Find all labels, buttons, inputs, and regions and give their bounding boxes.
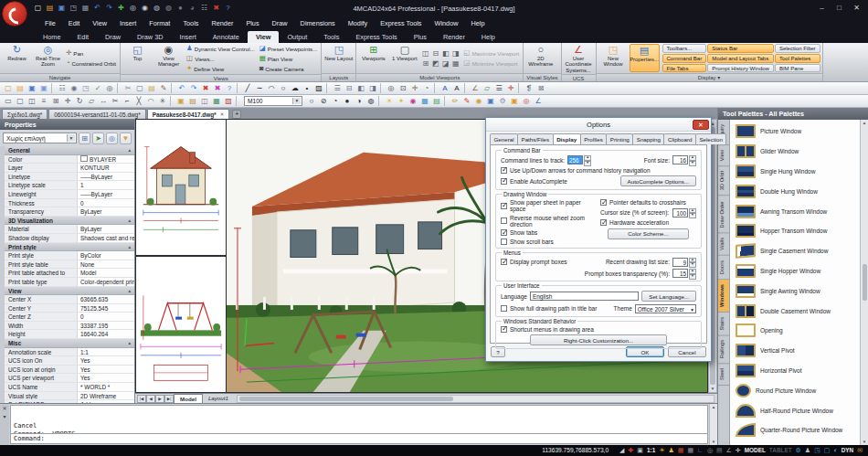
image-attach-icon[interactable]: ▦: [211, 96, 222, 107]
realtime-zoom-button[interactable]: ◎ Real-Time Zoom: [33, 44, 63, 72]
polar-icon[interactable]: ∠: [533, 96, 544, 107]
property-row[interactable]: Print table attached to Model: [5, 269, 134, 278]
menu-item[interactable]: Dimensions: [294, 16, 342, 30]
dynamic-ucs-icon[interactable]: ▤: [716, 445, 723, 456]
menu-item[interactable]: Draw: [266, 16, 294, 30]
palette-item[interactable]: Half-Round Picture Window: [730, 400, 860, 420]
sep7[interactable]: [434, 83, 438, 93]
paper-sheet-checkbox[interactable]: [501, 203, 507, 209]
color-scheme-button[interactable]: Color Scheme...: [608, 228, 689, 239]
pan-button[interactable]: ✛ Pan: [64, 48, 118, 58]
properties-toggle-button[interactable]: ▤ Properties...: [630, 44, 660, 72]
viewports-button[interactable]: ⊞ Viewports: [358, 44, 388, 72]
crosshair-icon[interactable]: ✛: [736, 445, 741, 456]
minimize-button[interactable]: –: [814, 3, 830, 15]
sep4[interactable]: [237, 83, 240, 93]
property-row[interactable]: Print style table None: [5, 260, 134, 270]
dyn-toggle[interactable]: DYN: [842, 445, 854, 456]
layer-iso-icon[interactable]: ◧: [355, 83, 366, 94]
property-row[interactable]: General: [5, 146, 134, 155]
palette-item[interactable]: Double Hung Window: [730, 181, 860, 201]
esnap-toggle-icon[interactable]: ▦: [678, 445, 684, 456]
file-tab-paasukese[interactable]: Paasukese8-0417.dwg*: [147, 109, 230, 119]
open-icon[interactable]: ▤: [45, 3, 55, 14]
view-manager-button[interactable]: ◉ View Manager: [153, 44, 184, 73]
online-icon[interactable]: ◐: [833, 445, 837, 456]
viewport-horizontal-scrollbar[interactable]: [237, 395, 715, 403]
property-row[interactable]: Center X 63665.635: [5, 295, 134, 304]
tablet-toggle[interactable]: TABLET: [769, 445, 792, 456]
explode-tool-icon[interactable]: ✳: [157, 96, 168, 107]
palette-scrollbar[interactable]: ▲ ▼: [860, 120, 868, 445]
scale-tool-icon[interactable]: ▱: [86, 96, 97, 107]
menu-item[interactable]: File: [38, 16, 62, 30]
cursor-size-spinbox[interactable]: 100: [672, 208, 688, 217]
font-size-spinbox[interactable]: 16: [672, 155, 688, 164]
scroll-up-icon[interactable]: ▲: [863, 121, 866, 125]
menu-item[interactable]: Plus: [239, 16, 265, 30]
ribbon-group-label[interactable]: Visual Styles: [524, 73, 560, 81]
print-preview-icon[interactable]: ◉: [69, 83, 79, 94]
property-row[interactable]: Transparency ByLayer: [5, 207, 134, 217]
menu-item[interactable]: Express Tools: [374, 16, 428, 30]
erase-tool-icon[interactable]: ▭: [3, 96, 14, 107]
menu-item[interactable]: Modify: [342, 16, 375, 30]
insert-block-icon[interactable]: ▣: [175, 96, 186, 107]
dialog-tab[interactable]: Printing: [606, 133, 633, 144]
zoom-window-icon[interactable]: ⊡: [397, 83, 408, 94]
show-tabs-checkbox[interactable]: [501, 229, 507, 236]
property-row[interactable]: Lineweight ByLayer: [5, 190, 134, 199]
match-properties-icon[interactable]: ✎: [158, 83, 169, 94]
property-row[interactable]: View: [5, 287, 134, 296]
palette-item[interactable]: Single Hung Window: [730, 162, 860, 182]
new-layout-button[interactable]: ◳ New Layout: [323, 44, 354, 72]
zoom-window-icon[interactable]: ◉: [140, 3, 150, 14]
menu-item[interactable]: Edit: [62, 16, 87, 30]
property-row[interactable]: UCS icon at origin Yes: [5, 366, 134, 375]
ribbon-tab[interactable]: Tools: [315, 31, 347, 43]
property-row[interactable]: UCS icon On Yes: [5, 356, 134, 366]
layout1-tab[interactable]: Layout1: [203, 394, 234, 403]
sep1[interactable]: [378, 96, 382, 106]
command-bar-toggle[interactable]: Command Bar: [662, 54, 707, 63]
new-tab-button[interactable]: +: [232, 110, 241, 119]
recent-drawings-icon[interactable]: ◳: [69, 3, 79, 14]
create-camera-button[interactable]: ◙ Create Camera: [258, 64, 320, 73]
scroll-down-icon[interactable]: ▼: [712, 440, 715, 444]
new-icon[interactable]: ▢: [3, 83, 14, 94]
help-icon[interactable]: ?: [224, 83, 235, 94]
viewport-config-2v-icon[interactable]: ◫: [420, 48, 430, 58]
shortcut-menus-checkbox[interactable]: [501, 326, 507, 333]
ribbon-tab[interactable]: Output: [279, 31, 315, 43]
paste-icon[interactable]: ▤: [146, 83, 157, 94]
views-button[interactable]: ◫ Views...: [185, 54, 257, 63]
property-row[interactable]: Width 33387.195: [5, 322, 134, 331]
palette-item[interactable]: Single Casement Window: [730, 241, 860, 261]
menu-item[interactable]: Insert: [113, 16, 143, 30]
menu-item[interactable]: Render: [205, 16, 239, 30]
sep2[interactable]: [236, 96, 239, 106]
palette-tab-doors[interactable]: Doors: [718, 256, 729, 280]
extend-tool-icon[interactable]: ⌐: [122, 96, 132, 107]
toggle-pickadd-icon[interactable]: ⊞: [79, 133, 90, 144]
define-view-button[interactable]: ✦ Define View: [185, 64, 257, 73]
sep8[interactable]: [464, 83, 468, 93]
crosshairs-checkbox[interactable]: [600, 199, 607, 206]
tool-palettes-toggle[interactable]: Tool Palettes: [775, 54, 820, 63]
palette-tab-view[interactable]: View: [718, 145, 729, 166]
cut-icon[interactable]: ✂: [122, 83, 133, 94]
monitor-icon[interactable]: ▢: [824, 445, 831, 456]
right-click-customization-button[interactable]: Right-Click Customization...: [530, 334, 667, 345]
select-objects-icon[interactable]: ➤: [92, 133, 104, 144]
dialog-title-bar[interactable]: Options ✕: [486, 118, 711, 132]
minimize-viewport-button[interactable]: ◲ Minimize Viewport: [461, 58, 521, 68]
purge-icon[interactable]: ✖: [212, 83, 223, 94]
dual-monitor-icon[interactable]: ◳: [814, 445, 820, 456]
sep9[interactable]: [518, 83, 522, 93]
purge-icon[interactable]: ▨: [223, 96, 234, 107]
updown-checkbox[interactable]: [501, 167, 507, 174]
viewport-config-4-icon[interactable]: ⊞: [420, 58, 430, 69]
options-icon[interactable]: ⚙: [497, 96, 508, 107]
ribbon-tab[interactable]: Draw: [97, 31, 129, 43]
quick-select-icon[interactable]: ◎: [106, 133, 118, 144]
